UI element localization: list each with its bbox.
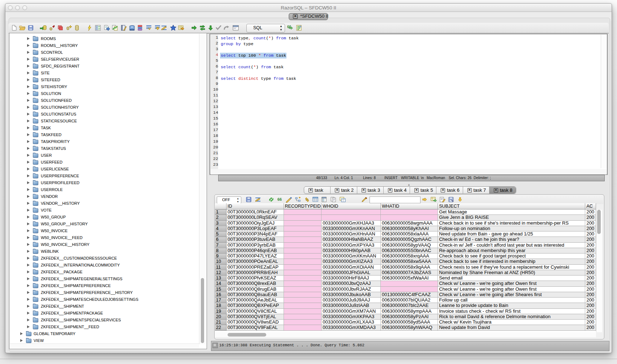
svg-text:66: 66 [277,197,282,202]
